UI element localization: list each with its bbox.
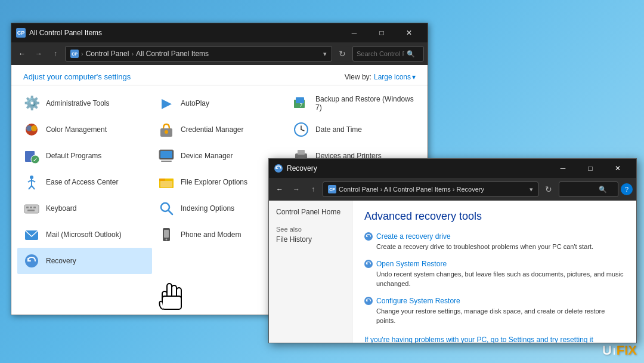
main-refresh-button[interactable]: ↻ bbox=[335, 46, 350, 61]
svg-point-7 bbox=[165, 130, 168, 134]
svg-rect-42 bbox=[164, 230, 169, 238]
credential-manager-label: Credential Manager bbox=[181, 125, 243, 134]
recovery-tool-2: Open System Restore Undo recent system c… bbox=[364, 260, 624, 288]
svg-point-43 bbox=[166, 239, 168, 241]
main-address-bar[interactable]: CP › Control Panel › All Control Panel I… bbox=[65, 46, 332, 61]
recovery-help-button[interactable]: ? bbox=[621, 183, 633, 195]
panel-item-autoplay[interactable]: ▶ AutoPlay bbox=[152, 90, 287, 116]
recovery-forward-button[interactable]: → bbox=[289, 182, 304, 196]
autoplay-label: AutoPlay bbox=[181, 99, 209, 107]
recovery-dropdown-arrow[interactable]: ▾ bbox=[530, 186, 533, 193]
recovery-search-box[interactable]: 🔍 bbox=[559, 182, 618, 197]
address-dropdown-arrow[interactable]: ▾ bbox=[323, 50, 327, 58]
svg-text:7: 7 bbox=[299, 102, 302, 108]
create-recovery-drive-link[interactable]: Create a recovery drive bbox=[364, 232, 624, 241]
main-window-controls: ─ □ ✕ bbox=[340, 23, 423, 42]
phone-modem-label: Phone and Modem bbox=[181, 230, 241, 239]
main-back-button[interactable]: ← bbox=[15, 47, 29, 61]
view-by-value[interactable]: Large icons ▾ bbox=[374, 73, 416, 81]
main-maximize-button[interactable]: □ bbox=[368, 23, 395, 42]
svg-point-5 bbox=[31, 125, 37, 131]
panel-item-default-programs[interactable]: ✓ Default Programs bbox=[17, 143, 152, 169]
recovery-minimize-button[interactable]: ─ bbox=[549, 159, 577, 178]
autoplay-icon: ▶ bbox=[157, 94, 176, 113]
device-manager-label: Device Manager bbox=[181, 152, 233, 160]
recovery-icon bbox=[22, 251, 41, 270]
view-by-arrow: ▾ bbox=[412, 73, 416, 81]
see-also-label: See also bbox=[276, 226, 345, 233]
administrative-tools-icon: ⚙️ bbox=[22, 94, 41, 113]
default-programs-icon: ✓ bbox=[22, 146, 41, 165]
svg-point-20 bbox=[30, 176, 33, 179]
recovery-sidebar-home[interactable]: Control Panel Home bbox=[276, 208, 345, 216]
panel-item-credential-manager[interactable]: Credential Manager bbox=[152, 116, 287, 143]
panel-item-backup[interactable]: 7 Backup and Restore (Windows 7) bbox=[287, 90, 422, 116]
main-search-input[interactable] bbox=[357, 50, 404, 57]
backup-icon: 7 bbox=[292, 94, 311, 113]
recovery-address-bar[interactable]: CP Control Panel › All Control Panel Ite… bbox=[323, 182, 538, 197]
panel-item-color-management[interactable]: Color Management bbox=[17, 116, 152, 143]
mail-label: Mail (Microsoft Outlook) bbox=[46, 230, 122, 239]
svg-rect-32 bbox=[27, 210, 35, 211]
recovery-search-input[interactable] bbox=[563, 186, 599, 193]
reset-pc-section: If you're having problems with your PC, … bbox=[364, 334, 624, 343]
svg-point-50 bbox=[274, 164, 283, 173]
system-restore-icon bbox=[364, 260, 373, 268]
recovery-address-path: Control Panel › All Control Panel Items … bbox=[339, 186, 484, 193]
recovery-up-button[interactable]: ↑ bbox=[306, 182, 320, 196]
panel-item-file-explorer[interactable]: File Explorer Options bbox=[152, 169, 287, 195]
recovery-window: Recovery ─ □ ✕ ← → ↑ CP Control Panel › … bbox=[268, 158, 637, 343]
panel-item-ease-access[interactable]: Ease of Access Center bbox=[17, 169, 152, 195]
credential-manager-icon bbox=[157, 120, 176, 139]
panel-item-administrative-tools[interactable]: ⚙️ Administrative Tools bbox=[17, 90, 152, 116]
main-close-button[interactable]: ✕ bbox=[395, 23, 423, 42]
main-minimize-button[interactable]: ─ bbox=[340, 23, 368, 42]
recovery-close-button[interactable]: ✕ bbox=[604, 159, 631, 178]
svg-text:✓: ✓ bbox=[33, 156, 38, 163]
svg-rect-18 bbox=[298, 150, 305, 155]
main-address-path: Control Panel bbox=[86, 50, 129, 58]
panel-item-date-time[interactable]: Date and Time bbox=[287, 116, 422, 143]
watermark-fix: FIX bbox=[617, 343, 637, 358]
svg-point-53 bbox=[365, 297, 372, 304]
recovery-content: Control Panel Home See also File History… bbox=[269, 201, 636, 343]
recovery-window-title: Recovery bbox=[287, 164, 549, 173]
main-window-title: All Control Panel Items bbox=[29, 29, 340, 37]
main-titlebar: CP All Control Panel Items ─ □ ✕ bbox=[11, 23, 428, 42]
file-history-link[interactable]: File History bbox=[276, 235, 345, 244]
color-management-icon bbox=[22, 120, 41, 139]
panel-item-recovery[interactable]: Recovery bbox=[17, 248, 152, 274]
configure-restore-icon bbox=[364, 297, 373, 305]
svg-line-22 bbox=[29, 186, 32, 189]
main-up-button[interactable]: ↑ bbox=[48, 47, 63, 61]
svg-point-49 bbox=[25, 254, 38, 267]
recovery-maximize-button[interactable]: □ bbox=[577, 159, 604, 178]
ease-access-icon bbox=[22, 173, 41, 192]
system-restore-desc: Undo recent system changes, but leave fi… bbox=[364, 270, 624, 288]
main-forward-button[interactable]: → bbox=[32, 47, 46, 61]
recovery-back-button[interactable]: ← bbox=[273, 182, 287, 196]
watermark-u: U bbox=[602, 343, 612, 358]
default-programs-label: Default Programs bbox=[46, 152, 101, 160]
svg-rect-15 bbox=[161, 161, 172, 162]
create-recovery-icon bbox=[364, 232, 373, 241]
recovery-label: Recovery bbox=[46, 257, 76, 265]
advanced-recovery-title: Advanced recovery tools bbox=[364, 210, 624, 223]
panel-item-keyboard[interactable]: Keyboard bbox=[17, 195, 152, 222]
panel-item-device-manager[interactable]: Device Manager bbox=[152, 143, 287, 169]
reset-pc-link[interactable]: If you're having problems with your PC, … bbox=[364, 336, 593, 343]
watermark-dot: l bbox=[613, 347, 615, 356]
recovery-refresh-button[interactable]: ↻ bbox=[541, 182, 556, 197]
panel-item-indexing[interactable]: Indexing Options bbox=[152, 195, 287, 222]
configure-system-restore-link[interactable]: Configure System Restore bbox=[364, 297, 624, 305]
panel-item-phone-modem[interactable]: Phone and Modem bbox=[152, 222, 287, 248]
main-search-box[interactable]: 🔍 bbox=[352, 46, 424, 61]
recovery-titlebar: Recovery ─ □ ✕ bbox=[269, 159, 636, 178]
svg-rect-25 bbox=[159, 179, 165, 181]
file-explorer-label: File Explorer Options bbox=[181, 178, 247, 186]
recovery-addressbar: ← → ↑ CP Control Panel › All Control Pan… bbox=[269, 178, 636, 201]
open-system-restore-link[interactable]: Open System Restore bbox=[364, 260, 624, 268]
panel-item-mail[interactable]: Mail (Microsoft Outlook) bbox=[17, 222, 152, 248]
mail-icon bbox=[22, 225, 41, 244]
administrative-tools-label: Administrative Tools bbox=[46, 99, 110, 107]
